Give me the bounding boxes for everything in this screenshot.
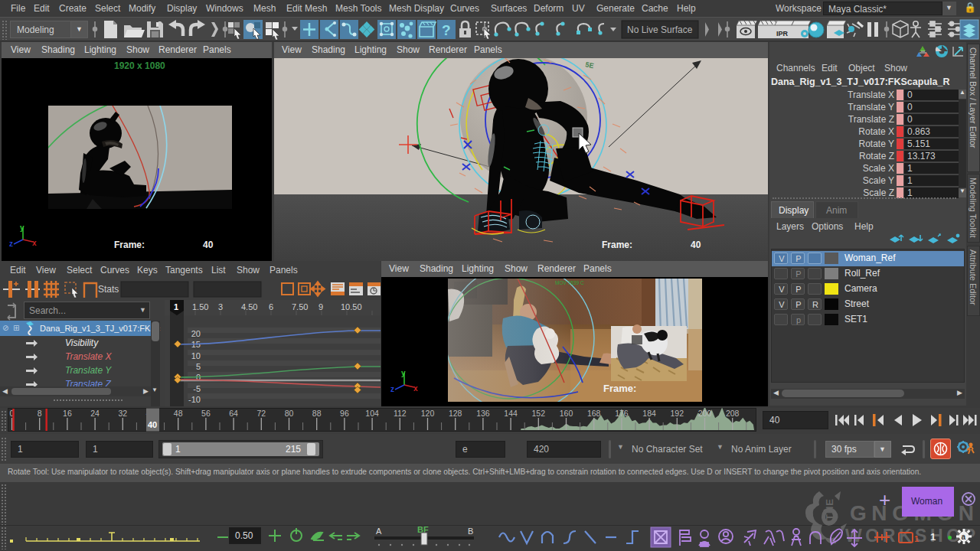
svg-text:120: 120 <box>421 409 435 418</box>
svg-text:y: y <box>20 223 24 232</box>
svg-text:80: 80 <box>285 409 294 418</box>
svg-text:4.50: 4.50 <box>241 302 257 311</box>
svg-text:B: B <box>468 527 473 536</box>
svg-text:72: 72 <box>256 409 266 418</box>
svg-text:64: 64 <box>229 409 238 418</box>
svg-text:152: 152 <box>532 409 546 418</box>
svg-text:6: 6 <box>269 302 273 311</box>
svg-text:1: 1 <box>174 302 178 311</box>
svg-text:THE: THE <box>824 498 835 520</box>
svg-text:A: A <box>376 527 382 536</box>
svg-text:88: 88 <box>312 409 322 418</box>
svg-text:7.50: 7.50 <box>292 302 308 311</box>
svg-text:32: 32 <box>118 409 127 418</box>
svg-text:x: x <box>413 384 418 393</box>
svg-text:136: 136 <box>476 409 490 418</box>
svg-text:20: 20 <box>191 329 201 338</box>
svg-text:144: 144 <box>504 409 518 418</box>
svg-text:16: 16 <box>63 409 72 418</box>
svg-text:184: 184 <box>642 409 656 418</box>
svg-text:Stats: Stats <box>98 284 119 295</box>
svg-text:56: 56 <box>201 409 211 418</box>
svg-text:3: 3 <box>218 302 223 311</box>
svg-text:10: 10 <box>191 351 201 360</box>
svg-text:200: 200 <box>698 409 712 418</box>
svg-text:MOV 7639 C: MOV 7639 C <box>555 280 584 285</box>
svg-text:96: 96 <box>340 409 349 418</box>
svg-text:z: z <box>9 240 13 248</box>
svg-text:24: 24 <box>90 409 100 418</box>
svg-text:5: 5 <box>196 362 201 371</box>
svg-text:9: 9 <box>318 302 323 311</box>
svg-text:z: z <box>390 385 394 393</box>
svg-text:x: x <box>32 239 37 247</box>
svg-text:Frame:: Frame: <box>603 383 636 394</box>
svg-text:128: 128 <box>449 409 462 418</box>
svg-text:?: ? <box>442 22 451 38</box>
svg-text:112: 112 <box>394 409 407 418</box>
svg-text:-5: -5 <box>193 384 201 393</box>
svg-text:No Live Surface: No Live Surface <box>627 24 693 35</box>
svg-text:176: 176 <box>615 409 629 418</box>
svg-text:192: 192 <box>671 409 684 418</box>
svg-text:8: 8 <box>38 409 42 418</box>
svg-text:48: 48 <box>174 409 183 418</box>
svg-text:10.50: 10.50 <box>341 302 362 311</box>
svg-text:208: 208 <box>726 409 740 418</box>
svg-text:-10: -10 <box>188 395 201 404</box>
svg-text:1: 1 <box>914 534 919 543</box>
svg-text:40: 40 <box>148 420 157 429</box>
svg-text:168: 168 <box>587 409 601 418</box>
svg-text:1.50: 1.50 <box>192 302 208 311</box>
svg-text:104: 104 <box>365 409 379 418</box>
svg-text:a: a <box>962 533 966 541</box>
svg-text:y: y <box>401 369 406 377</box>
svg-text:IPR: IPR <box>776 30 789 37</box>
svg-text:160: 160 <box>560 409 573 418</box>
